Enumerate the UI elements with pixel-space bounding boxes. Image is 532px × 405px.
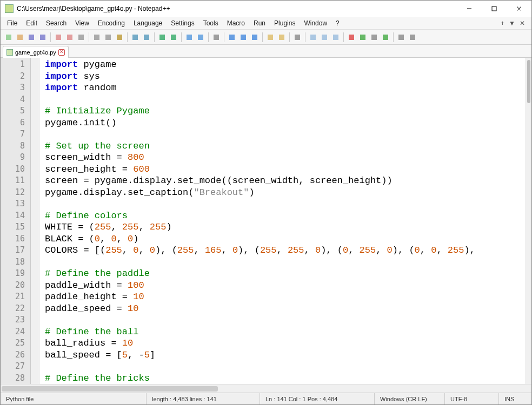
code-line[interactable]: # Set up the screen [45,140,531,152]
menu-window[interactable]: Window [300,17,331,29]
code-line[interactable]: # Define the paddle [45,268,531,280]
toolbar-closeall-icon[interactable] [65,32,75,42]
tabbar: game_gpt4o.py ✕ [1,45,531,58]
toolbar-sync-icon[interactable] [211,32,221,42]
code-line[interactable]: pygame.display.set_caption("Breakout") [45,187,531,199]
code-line[interactable] [45,256,531,268]
toolbar-copy-icon[interactable] [103,32,113,42]
toolbar-indent-icon[interactable] [250,32,260,42]
code-line[interactable] [45,129,531,140]
code-line[interactable] [45,314,531,326]
code-line[interactable]: COLORS = [(255, 0, 0), (255, 165, 0), (2… [45,245,531,256]
code-line[interactable]: import sys [45,71,531,83]
menu-macro[interactable]: Macro [223,17,249,29]
code-line[interactable]: pygame.init() [45,117,531,129]
svg-rect-11 [94,35,99,40]
toolbar-separator [224,32,224,42]
toolbar-allchars-icon[interactable] [238,32,248,42]
vertical-scrollbar[interactable] [525,58,531,384]
menu-edit[interactable]: Edit [22,17,42,29]
toolbar-separator [127,32,128,42]
menu-encoding[interactable]: Encoding [94,17,129,29]
code-line[interactable]: screen_width = 800 [45,152,531,164]
code-line[interactable]: BLACK = (0, 0, 0) [45,233,531,245]
toolbar-x1-icon[interactable] [396,32,406,42]
toolbar-saveall-icon[interactable] [38,32,48,42]
code-line[interactable]: ball_radius = 10 [45,338,531,349]
small-close-icon[interactable]: ✕ [520,19,525,27]
toolbar-separator [343,32,344,42]
horizontal-scrollbar[interactable] [1,384,531,393]
code-line[interactable] [45,361,531,373]
toolbar-wordwrap-icon[interactable] [227,32,237,42]
toolbar-func3-icon[interactable] [331,32,341,42]
tab-close-icon[interactable]: ✕ [58,49,65,56]
toolbar-unfoldall-icon[interactable] [277,32,287,42]
app-window: C:\Users\mearj\Desktop\game_gpt4o.py - N… [0,0,532,405]
new-doc-plus-icon[interactable]: + [501,19,504,27]
code-line[interactable]: WHITE = (255, 255, 255) [45,221,531,233]
line-number: 13 [1,198,30,210]
code-line[interactable]: # Define the bricks [45,373,531,384]
code-line[interactable] [45,198,531,210]
toolbar-playrec-icon[interactable] [381,32,390,42]
vertical-scrollbar-thumb[interactable] [527,60,530,103]
fold-margin[interactable] [31,58,39,384]
code-line[interactable]: ball_speed = [5, -5] [45,349,531,361]
code-line[interactable]: import random [45,82,531,94]
menu-plugins[interactable]: Plugins [270,17,300,29]
code-line[interactable]: # Define colors [45,210,531,222]
toolbar-find-icon[interactable] [157,32,167,42]
toolbar-x2-icon[interactable] [408,32,417,42]
code-area[interactable]: import pygameimport sysimport random # I… [39,58,531,384]
toolbar-close-icon[interactable] [54,32,63,42]
menu-help[interactable]: ? [331,17,344,29]
menu-view[interactable]: View [71,17,94,29]
toolbar-separator [208,32,209,42]
minimize-button[interactable] [457,1,482,17]
toolbar-zoomin-icon[interactable] [184,32,194,42]
toolbar-rec-icon[interactable] [347,32,356,42]
code-line[interactable] [45,94,531,106]
dropdown-triangle-icon[interactable]: ▼ [509,19,515,27]
menu-run[interactable]: Run [249,17,270,29]
toolbar-zoomout-icon[interactable] [196,32,205,42]
menu-search[interactable]: Search [42,17,71,29]
menu-tools[interactable]: Tools [199,17,223,29]
line-number: 26 [1,349,30,361]
toolbar-func2-icon[interactable] [320,32,329,42]
close-button[interactable] [507,1,531,17]
toolbar-stop-icon[interactable] [369,32,379,42]
svg-rect-22 [241,35,246,40]
code-line[interactable]: screen_height = 600 [45,164,531,176]
toolbar-undo-icon[interactable] [130,32,140,42]
toolbar-foldall-icon[interactable] [265,32,275,42]
menu-file[interactable]: File [3,17,22,29]
code-line[interactable]: # Initialize Pygame [45,105,531,117]
line-number: 22 [1,303,30,315]
svg-rect-14 [132,35,138,40]
toolbar-print-icon[interactable] [76,32,86,42]
code-line[interactable]: # Define the ball [45,326,531,338]
code-line[interactable]: screen = pygame.display.set_mode((screen… [45,175,531,187]
maximize-button[interactable] [482,1,507,17]
toolbar-new-icon[interactable] [4,32,14,42]
code-line[interactable]: import pygame [45,59,531,71]
horizontal-scrollbar-thumb[interactable] [2,386,218,392]
toolbar-open-icon[interactable] [15,32,25,42]
menu-language[interactable]: Language [129,17,167,29]
code-line[interactable]: paddle_height = 10 [45,291,531,303]
toolbar-paste-icon[interactable] [115,32,124,42]
toolbar-showchars-icon[interactable] [292,32,302,42]
toolbar-save-icon[interactable] [26,32,36,42]
toolbar-cut-icon[interactable] [92,32,102,42]
toolbar-replace-icon[interactable] [169,32,178,42]
toolbar-func1-icon[interactable] [308,32,318,42]
toolbar-redo-icon[interactable] [142,32,151,42]
code-line[interactable]: paddle_width = 100 [45,280,531,292]
line-number: 2 [1,71,30,83]
file-tab[interactable]: game_gpt4o.py ✕ [3,46,69,58]
code-line[interactable]: paddle_speed = 10 [45,303,531,315]
toolbar-play-icon[interactable] [358,32,368,42]
menu-settings[interactable]: Settings [167,17,198,29]
